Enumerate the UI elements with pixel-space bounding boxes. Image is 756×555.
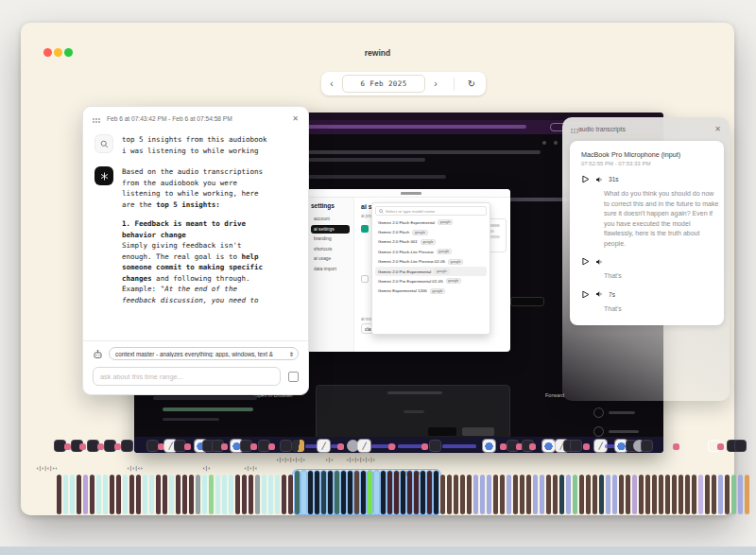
timeline-app-icon[interactable] [280, 440, 292, 452]
timeline-bar[interactable] [315, 471, 319, 514]
timeline-bar[interactable] [692, 475, 696, 514]
timeline-bar[interactable] [308, 471, 313, 514]
timeline-bar[interactable] [612, 475, 617, 514]
timeline-bar[interactable] [559, 475, 564, 514]
timeline-app-icon[interactable] [673, 443, 679, 450]
timeline-bar[interactable] [725, 475, 730, 514]
settings-sidebar-item[interactable]: data import [311, 265, 350, 273]
timeline-bar[interactable] [129, 475, 134, 514]
timeline-bar[interactable] [288, 475, 293, 514]
timeline-app-icon[interactable] [717, 443, 724, 450]
timeline-app-icon[interactable] [421, 443, 428, 450]
timeline-app-icon[interactable]: ╱ [318, 440, 330, 452]
timeline-bar[interactable] [295, 471, 300, 514]
timeline-bar[interactable] [626, 475, 630, 514]
timeline-bar[interactable] [540, 475, 544, 514]
timeline-bar[interactable] [454, 475, 458, 514]
timeline-bar[interactable] [136, 475, 141, 514]
refresh-icon[interactable]: ↻ [460, 78, 483, 89]
timeline-app-icon[interactable] [500, 443, 507, 450]
timeline-bar[interactable] [414, 471, 419, 514]
timeline-bar[interactable] [348, 471, 352, 514]
timeline-bar[interactable] [229, 475, 233, 514]
dialog-button-primary[interactable] [462, 427, 494, 436]
timeline-app-icon[interactable] [121, 440, 133, 452]
timeline-bar[interactable] [163, 475, 167, 514]
settings-sidebar-item[interactable]: account [311, 215, 350, 223]
timeline-app-icon[interactable] [388, 443, 395, 450]
settings-sidebar-item[interactable]: ai settings [311, 225, 350, 234]
play-icon[interactable] [581, 290, 590, 299]
timeline-bar[interactable] [493, 475, 498, 514]
timeline-app-icon[interactable] [337, 443, 344, 450]
timeline-bar[interactable] [520, 475, 524, 514]
timeline-app-icon[interactable] [64, 443, 71, 450]
drag-handle-icon[interactable] [93, 118, 94, 120]
forward-label[interactable]: Forward [545, 392, 564, 398]
play-icon[interactable] [581, 175, 590, 183]
timeline-bar[interactable] [361, 471, 366, 514]
timeline-app-icon[interactable] [292, 440, 304, 452]
stop-button[interactable] [288, 372, 299, 382]
timeline-bar[interactable] [209, 475, 214, 514]
drag-handle-icon[interactable] [571, 129, 573, 130]
timeline-bar[interactable] [566, 475, 571, 514]
timeline-app-icon[interactable] [734, 440, 747, 452]
timeline-bar[interactable] [738, 475, 743, 514]
timeline-app-icon[interactable] [184, 443, 191, 450]
timeline-bar[interactable] [368, 471, 372, 514]
timeline-bar[interactable] [579, 475, 584, 514]
timeline-bar[interactable] [573, 475, 577, 514]
timeline-bar[interactable] [487, 475, 491, 514]
timeline-bar[interactable] [639, 475, 644, 514]
timeline-bar[interactable] [401, 471, 405, 514]
model-search-input[interactable]: Select or type model name [375, 206, 487, 216]
timeline-bar[interactable] [354, 471, 359, 514]
model-option[interactable]: Gemini 2.0 Flash-Lite Previewgoogle [375, 247, 487, 256]
timeline-selection[interactable] [292, 469, 441, 515]
timeline-bar[interactable] [70, 475, 75, 514]
timeline-bar[interactable] [321, 471, 326, 514]
timeline-bar[interactable] [275, 475, 280, 514]
timeline-bar[interactable] [196, 475, 200, 514]
timeline-bar[interactable] [645, 475, 650, 514]
dark-button[interactable] [510, 297, 544, 306]
context-mode-select[interactable]: context master - analyzes everything: ap… [109, 347, 299, 360]
timeline-bar[interactable] [421, 471, 425, 514]
timeline-bar[interactable] [182, 475, 187, 514]
timeline-app-icon[interactable] [641, 440, 653, 452]
model-option[interactable]: Gemini 2.0 Flash Experimentalgoogle [375, 217, 487, 227]
timeline-bar[interactable] [533, 475, 538, 514]
timeline-app-icon[interactable] [542, 440, 555, 452]
timeline-bar[interactable] [473, 475, 478, 514]
ask-input[interactable]: ask about this time range... [93, 367, 281, 386]
timeline-app-icon[interactable] [221, 443, 228, 450]
play-icon[interactable] [581, 257, 590, 266]
timeline-bar[interactable] [301, 471, 306, 514]
timeline-bar[interactable] [77, 475, 81, 514]
model-option[interactable]: Gemini 2.0 Flash 001google [375, 237, 487, 247]
titlebar[interactable]: rewind [21, 23, 734, 38]
timeline-app-icon[interactable] [250, 443, 257, 450]
timeline-bar[interactable] [63, 475, 68, 514]
settings-sidebar-item[interactable]: ai usage [311, 254, 350, 263]
timeline-bar[interactable] [665, 475, 670, 514]
timeline-app-icon[interactable] [570, 440, 582, 452]
timeline-app-icon[interactable] [583, 443, 590, 450]
timeline-bar[interactable] [341, 471, 346, 514]
timeline-bar[interactable] [328, 471, 333, 514]
date-picker[interactable]: 6 Feb 2025 [342, 75, 425, 93]
model-option[interactable]: Gemini 2.0 Pro Experimental 02-05google [375, 276, 487, 286]
timeline-bar[interactable] [149, 475, 154, 514]
timeline-bar[interactable] [434, 471, 438, 514]
timeline-bar[interactable] [447, 475, 452, 514]
timeline-bar[interactable] [427, 471, 432, 514]
timeline-bar[interactable] [143, 475, 147, 514]
close-icon[interactable]: ✕ [292, 114, 299, 123]
timeline-app-icon[interactable] [268, 443, 275, 450]
timeline-bar[interactable] [103, 475, 108, 514]
timeline-app-icon[interactable] [529, 443, 536, 450]
timeline-bar[interactable] [249, 475, 253, 514]
timeline-bar[interactable] [394, 471, 399, 514]
timeline-app-icon[interactable] [97, 443, 104, 450]
